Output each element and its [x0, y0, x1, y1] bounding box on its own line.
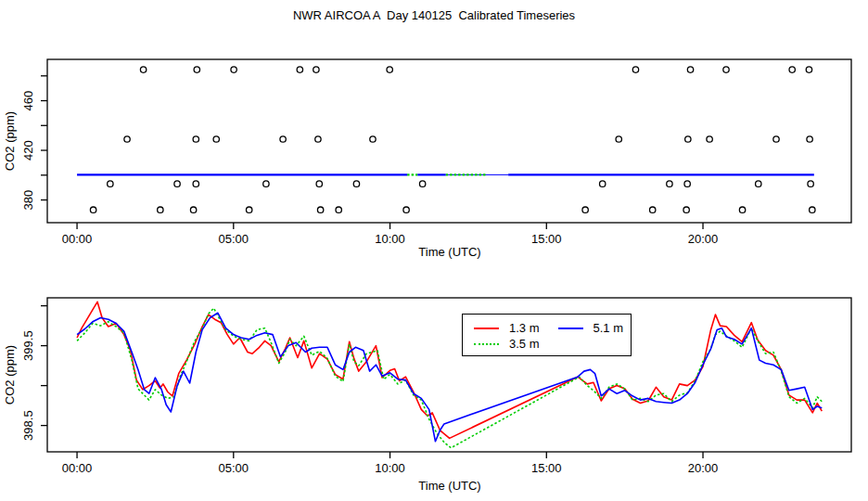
bottom-y-axis-label: CO2 (ppm): [3, 310, 18, 440]
cal-gas-marker: [124, 136, 130, 142]
legend-entry-3-5m: 3.5 m: [474, 336, 540, 352]
x-tick-label: 00:00: [62, 232, 93, 246]
y-tick-label: 380: [22, 190, 36, 211]
y-tick-label: 460: [22, 91, 36, 111]
cal-gas-marker: [599, 181, 605, 186]
cal-gas-marker: [649, 207, 655, 212]
legend-label: 3.5 m: [509, 337, 540, 351]
cal-gas-marker: [193, 136, 198, 142]
x-tick-label: 10:00: [375, 461, 405, 475]
legend-column-1: 1.3 m 3.5 m: [474, 320, 540, 352]
cal-gas-marker: [317, 207, 323, 212]
cal-gas-marker: [158, 207, 163, 212]
cal-gas-marker: [683, 207, 689, 212]
cal-gas-marker: [808, 181, 813, 186]
y-tick-label: 420: [22, 140, 36, 161]
x-tick-label: 10:00: [375, 232, 405, 246]
cal-gas-marker: [246, 207, 251, 212]
x-tick-label: 05:00: [219, 461, 249, 475]
cal-gas-marker: [231, 67, 236, 72]
cal-gas-marker: [723, 67, 729, 72]
cal-gas-marker: [806, 67, 811, 72]
cal-gas-marker: [616, 136, 621, 142]
cal-gas-marker: [810, 207, 815, 212]
cal-gas-marker: [387, 67, 392, 72]
cal-gas-marker: [773, 136, 779, 142]
x-tick-label: 20:00: [688, 461, 719, 475]
cal-gas-marker: [370, 136, 376, 142]
legend-entry-5-1m: 5.1 m: [558, 320, 624, 336]
cal-gas-marker: [90, 207, 96, 212]
cal-gas-marker: [667, 181, 672, 186]
cal-gas-marker: [403, 207, 409, 212]
cal-gas-marker: [315, 136, 321, 142]
legend-line-sample-green: [474, 343, 499, 345]
legend-label: 5.1 m: [594, 321, 624, 335]
top-x-axis-label: Time (UTC): [385, 245, 515, 260]
cal-gas-marker: [707, 136, 712, 142]
cal-gas-marker: [789, 67, 795, 72]
legend-column-2: 5.1 m: [558, 320, 624, 352]
cal-gas-marker: [582, 207, 588, 212]
x-tick-label: 05:00: [219, 232, 249, 246]
cal-gas-marker: [739, 207, 745, 212]
top-y-axis-label: CO2 (ppm): [3, 76, 18, 206]
panel-box: [47, 59, 851, 223]
legend-line-sample-blue: [558, 328, 583, 329]
legend-entry-1-3m: 1.3 m: [474, 320, 540, 336]
cal-gas-marker: [353, 181, 359, 186]
cal-gas-marker: [684, 181, 690, 186]
cal-gas-marker: [194, 67, 199, 72]
legend-label: 1.3 m: [509, 321, 540, 335]
cal-gas-marker: [297, 67, 302, 72]
cal-gas-marker: [174, 181, 180, 186]
cal-gas-marker: [190, 207, 196, 212]
aircoa-timeseries-figure: NWR AIRCOA A Day 140125 Calibrated Times…: [0, 0, 868, 501]
x-tick-label: 15:00: [531, 461, 562, 475]
legend: 1.3 m 3.5 m 5.1 m: [462, 314, 632, 356]
legend-line-sample-red: [474, 328, 499, 329]
x-tick-label: 15:00: [531, 232, 562, 246]
cal-gas-marker: [213, 136, 219, 142]
x-tick-label: 20:00: [688, 232, 719, 246]
cal-gas-marker: [419, 181, 425, 186]
bottom-x-axis-label: Time (UTC): [385, 479, 515, 494]
y-tick-label: 398.5: [22, 410, 36, 441]
x-tick-label: 00:00: [62, 461, 93, 475]
cal-gas-marker: [632, 67, 638, 72]
cal-gas-marker: [756, 181, 761, 186]
cal-gas-marker: [313, 67, 319, 72]
cal-gas-marker: [336, 207, 341, 212]
cal-gas-marker: [280, 136, 286, 142]
cal-gas-marker: [687, 67, 693, 72]
cal-gas-marker: [140, 67, 146, 72]
cal-gas-marker: [807, 136, 812, 142]
cal-gas-marker: [193, 181, 198, 186]
panel-box: [47, 298, 851, 452]
cal-gas-marker: [685, 136, 691, 142]
y-tick-label: 399.5: [22, 330, 36, 361]
series-line-3-5-m: [77, 308, 822, 448]
series-line-1-3-m: [77, 302, 822, 438]
cal-gas-marker: [316, 181, 322, 186]
cal-gas-marker: [263, 181, 269, 186]
cal-gas-marker: [108, 181, 113, 186]
